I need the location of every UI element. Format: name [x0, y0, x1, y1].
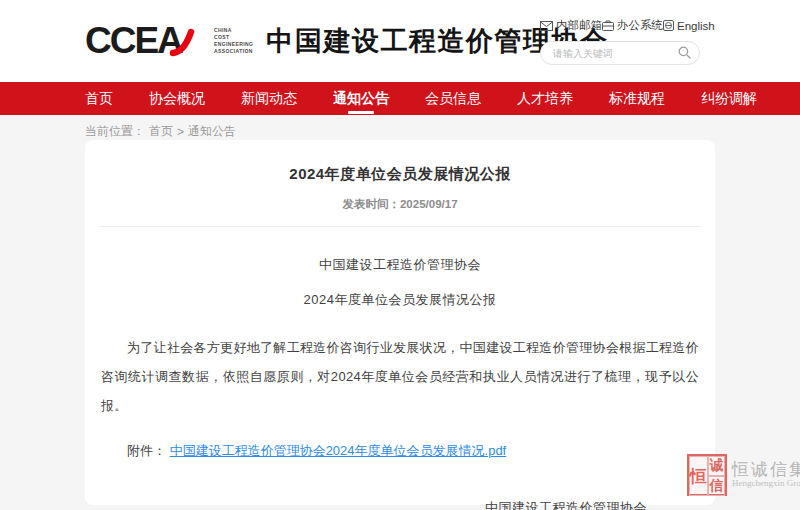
- main-nav: 首页 协会概况 新闻动态 通知公告 会员信息 人才培养 标准规程 纠纷调解: [0, 82, 800, 115]
- article-heading-org: 中国建设工程造价管理协会: [101, 255, 699, 276]
- nav-item-about[interactable]: 协会概况: [149, 82, 205, 115]
- article-heading-subject: 2024年度单位会员发展情况公报: [101, 290, 699, 311]
- quick-links: 内部邮箱 办公系统 English: [540, 18, 700, 33]
- breadcrumb-prefix: 当前位置：: [85, 123, 145, 140]
- nav-item-notices[interactable]: 通知公告: [333, 82, 389, 115]
- watermark-name-cn: 恒诚信集团: [732, 461, 800, 479]
- signature-block: 中国建设工程造价管理协会 2025年9月17日: [101, 498, 699, 510]
- search-input[interactable]: [540, 41, 700, 65]
- article-title: 2024年度单位会员发展情况公报: [85, 140, 715, 184]
- nav-item-disputes[interactable]: 纠纷调解: [701, 82, 757, 115]
- seal-char: 恒: [689, 456, 708, 496]
- article-body: 中国建设工程造价管理协会 2024年度单位会员发展情况公报 为了让社会各方更好地…: [85, 255, 715, 510]
- seal-char: 信: [708, 476, 725, 496]
- mail-link-label: 内部邮箱: [556, 18, 602, 33]
- logo-subtitle: CHINA COST ENGINEERING ASSOCIATION: [214, 27, 253, 56]
- attachment-pdf-link[interactable]: 中国建设工程造价管理协会2024年度单位会员发展情况.pdf: [170, 443, 507, 458]
- nav-item-news[interactable]: 新闻动态: [241, 82, 297, 115]
- watermark-text: 恒诚信集团 Hengchengxin Group: [732, 461, 800, 488]
- english-link-label: English: [677, 20, 715, 32]
- search-box: [540, 41, 700, 65]
- nav-item-home[interactable]: 首页: [85, 82, 113, 115]
- watermark: 恒 诚 信 恒诚信集团 Hengchengxin Group: [687, 454, 800, 496]
- nav-item-members[interactable]: 会员信息: [425, 82, 481, 115]
- attachment-row: 附件： 中国建设工程造价管理协会2024年度单位会员发展情况.pdf: [101, 442, 699, 460]
- globe-icon: [663, 20, 674, 31]
- site-logo[interactable]: CCEA CHINA COST ENGINEERING ASSOCIATION …: [85, 20, 608, 62]
- site-header: CCEA CHINA COST ENGINEERING ASSOCIATION …: [0, 0, 800, 82]
- search-icon[interactable]: [678, 46, 691, 59]
- nav-item-training[interactable]: 人才培养: [517, 82, 573, 115]
- seal-char: 诚: [708, 456, 725, 476]
- article-card: 2024年度单位会员发展情况公报 发表时间：2025/09/17 中国建设工程造…: [85, 140, 715, 505]
- breadcrumb-separator: >: [177, 125, 184, 139]
- attachment-label: 附件：: [127, 443, 166, 458]
- breadcrumb-current[interactable]: 通知公告: [188, 123, 236, 140]
- office-icon: [602, 20, 614, 31]
- office-system-label: 办公系统: [617, 18, 663, 33]
- article-paragraph: 为了让社会各方更好地了解工程造价咨询行业发展状况，中国建设工程造价管理协会根据工…: [101, 333, 699, 421]
- header-right: 内部邮箱 办公系统 English: [540, 18, 700, 65]
- signature-org: 中国建设工程造价管理协会: [485, 498, 647, 510]
- breadcrumb-home[interactable]: 首页: [149, 123, 173, 140]
- hengchengxin-seal-icon: 恒 诚 信: [687, 454, 727, 496]
- office-system-link[interactable]: 办公系统: [602, 18, 663, 33]
- english-link[interactable]: English: [663, 20, 715, 32]
- publish-date: 发表时间：2025/09/17: [85, 197, 715, 212]
- ccea-logo-icon: CCEA: [85, 20, 207, 62]
- mail-link[interactable]: 内部邮箱: [540, 18, 602, 33]
- breadcrumb: 当前位置： 首页 > 通知公告: [85, 123, 800, 140]
- mail-icon: [540, 21, 553, 31]
- divider: [99, 226, 701, 227]
- nav-item-standards[interactable]: 标准规程: [609, 82, 665, 115]
- watermark-name-en: Hengchengxin Group: [732, 479, 800, 488]
- svg-text:CCEA: CCEA: [85, 20, 183, 61]
